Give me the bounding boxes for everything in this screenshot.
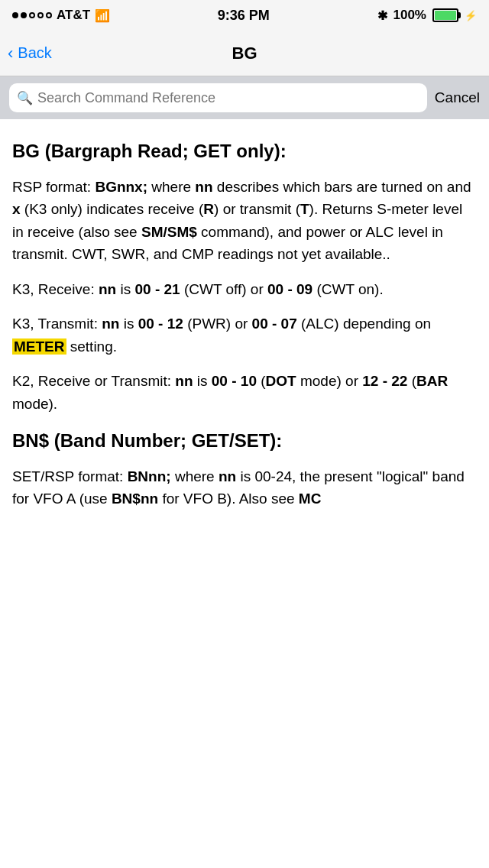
- signal-strength: [12, 12, 52, 18]
- back-label: Back: [18, 44, 51, 62]
- cancel-button[interactable]: Cancel: [435, 89, 480, 106]
- search-bar-container: 🔍 Cancel: [0, 76, 489, 119]
- search-input[interactable]: [37, 90, 419, 106]
- paragraph-4: K2, Receive or Transmit: nn is 00 - 10 (…: [12, 370, 477, 415]
- battery-percent: 100%: [393, 8, 426, 23]
- battery-fill: [435, 11, 456, 20]
- section-bn: BN$ (Band Number; GET/SET): SET/RSP form…: [12, 427, 477, 510]
- section-bg: BG (Bargraph Read; GET only): RSP format…: [12, 138, 477, 415]
- wifi-icon: 📶: [95, 8, 110, 23]
- search-input-wrapper[interactable]: 🔍: [9, 83, 427, 112]
- paragraph-3: K3, Transmit: nn is 00 - 12 (PWR) or 00 …: [12, 313, 477, 358]
- status-time: 9:36 PM: [218, 8, 270, 24]
- signal-dot-5: [46, 12, 52, 18]
- status-bar: AT&T 📶 9:36 PM ✱ 100% ⚡: [0, 0, 489, 31]
- signal-dot-2: [21, 12, 27, 18]
- section-bn-title: BN$ (Band Number; GET/SET):: [12, 427, 477, 455]
- paragraph-2: K3, Receive: nn is 00 - 21 (CWT off) or …: [12, 278, 477, 300]
- signal-dot-3: [29, 12, 35, 18]
- signal-dot-4: [37, 12, 44, 18]
- carrier-label: AT&T: [57, 8, 90, 23]
- status-right: ✱ 100% ⚡: [377, 8, 477, 23]
- bluetooth-icon: ✱: [377, 8, 387, 23]
- charging-icon: ⚡: [465, 10, 477, 21]
- paragraph-1: RSP format: BGnnx; where nn describes wh…: [12, 176, 477, 266]
- search-icon: 🔍: [17, 90, 33, 106]
- nav-bar: ‹ Back BG: [0, 31, 489, 76]
- signal-dot-1: [12, 12, 18, 18]
- battery-icon: [432, 8, 458, 22]
- back-button[interactable]: ‹ Back: [8, 44, 52, 63]
- meter-highlight: METER: [12, 338, 66, 355]
- section-bg-title: BG (Bargraph Read; GET only):: [12, 138, 477, 165]
- nav-title: BG: [232, 44, 257, 63]
- paragraph-5: SET/RSP format: BNnn; where nn is 00-24,…: [12, 465, 477, 510]
- status-left: AT&T 📶: [12, 8, 110, 23]
- back-chevron-icon: ‹: [8, 44, 13, 63]
- content-area: BG (Bargraph Read; GET only): RSP format…: [0, 119, 489, 546]
